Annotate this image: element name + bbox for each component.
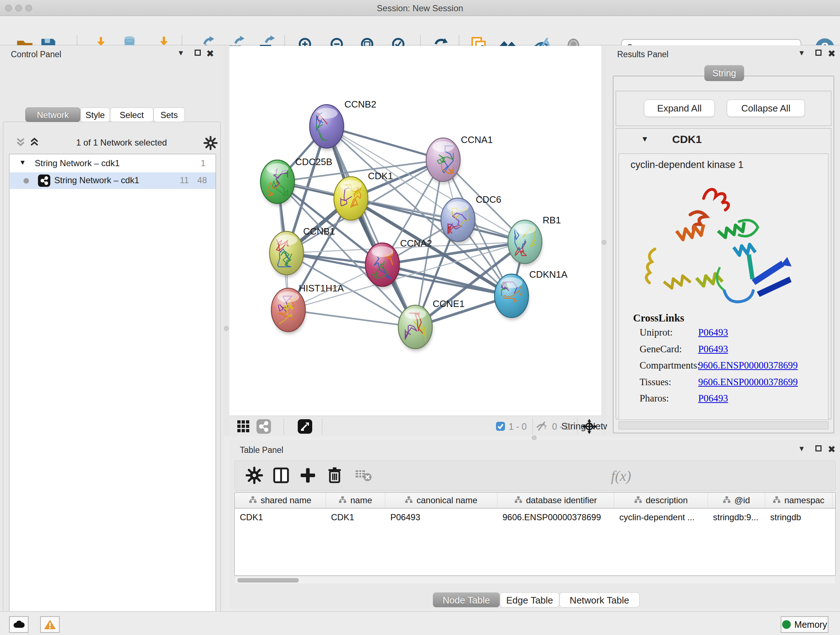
network-collection-row[interactable]: ▼ String Network – cdk1 1 (10, 156, 216, 172)
panel-float-icon[interactable] (815, 445, 821, 451)
show-columns-icon[interactable] (272, 466, 291, 485)
column-header-canonical-name[interactable]: canonical name (385, 493, 497, 508)
horizontal-splitter[interactable] (229, 436, 840, 440)
network-node-CCNA1[interactable] (426, 138, 461, 184)
crosslinks-title: CrossLinks (633, 312, 684, 324)
network-node-CDC6[interactable] (441, 198, 475, 244)
network-share-icon[interactable] (256, 419, 271, 434)
open-in-window-icon[interactable] (297, 419, 313, 434)
network-node-CCNB2[interactable] (309, 105, 344, 150)
create-column-icon[interactable] (298, 466, 317, 485)
memory-button[interactable]: Memory (781, 616, 829, 633)
delete-column-icon[interactable] (325, 466, 344, 485)
crosslink-link[interactable]: P06493 (698, 393, 728, 404)
table-cell: 9606.ENSP00000378699 (497, 509, 614, 525)
column-header-shared-name[interactable]: shared name (235, 493, 326, 508)
title-bar: Session: New Session (0, 0, 840, 16)
network-node-CCNA2[interactable] (365, 243, 400, 289)
crosslink-link[interactable]: P06493 (698, 327, 728, 338)
table-cell: CDK1 (235, 509, 326, 525)
network-canvas[interactable]: CCNB2CCNA1CDC25BCDK1CDC6RB1CCNB1CCNA2CDK… (229, 46, 601, 416)
panel-float-icon[interactable] (195, 50, 201, 56)
birds-eye-crosshair-icon[interactable] (582, 419, 597, 434)
results-scrollbar[interactable] (619, 421, 829, 429)
panel-menu-icon[interactable]: ▼ (798, 49, 805, 57)
crosslink-label: Uniprot: (639, 327, 673, 338)
network-node-HIST1H1A[interactable] (271, 288, 306, 334)
tab-network-table[interactable]: Network Table (559, 592, 639, 608)
memory-status-icon (782, 620, 791, 629)
table-panel-title: Table Panel (240, 445, 283, 455)
hidden-eye-icon[interactable] (535, 421, 548, 433)
scrollbar-thumb[interactable] (237, 578, 299, 583)
collection-label: String Network – cdk1 (35, 158, 120, 168)
panel-menu-icon[interactable]: ▼ (177, 49, 185, 57)
collection-expander-icon[interactable]: ▼ (19, 158, 26, 166)
node-label-CCNA2: CCNA2 (400, 238, 432, 249)
network-node-CDC25B[interactable] (261, 160, 295, 206)
column-header-namespac[interactable]: namespac (765, 493, 832, 508)
toolbar-separator (322, 418, 322, 434)
collapse-all-networks-icon[interactable] (14, 137, 27, 149)
panel-close-icon[interactable]: ✖ (828, 444, 836, 455)
panel-menu-icon[interactable]: ▼ (798, 445, 805, 453)
column-header-@id[interactable]: @id (708, 493, 765, 508)
column-header-name[interactable]: name (326, 493, 385, 508)
right-splitter[interactable] (601, 45, 607, 436)
network-node-CCNB1[interactable] (270, 231, 304, 277)
column-type-icon (405, 495, 413, 505)
column-header-database-identifier[interactable]: database identifier (497, 493, 614, 508)
warnings-button[interactable] (40, 616, 60, 633)
crosslink-label: Compartments: (639, 360, 699, 371)
string-network-icon (38, 174, 50, 187)
network-row[interactable]: String Network – cdk1 11 48 (10, 172, 216, 189)
selected-node-edge-counts: 1 - 0 (508, 421, 527, 432)
tab-string[interactable]: String (704, 65, 744, 81)
column-type-icon (339, 495, 347, 505)
crosslink-row: Uniprot:P06493 (639, 327, 828, 343)
network-label: String Network – cdk1 (54, 175, 139, 185)
crosslink-link[interactable]: P06493 (698, 344, 728, 355)
tab-select[interactable]: Select (110, 108, 153, 122)
column-type-icon (634, 495, 642, 505)
grid-view-icon[interactable] (236, 419, 251, 434)
entry-expander-icon[interactable]: ▼ (641, 135, 649, 143)
tab-network[interactable]: Network (25, 108, 80, 122)
network-options-gear-icon[interactable] (203, 136, 218, 152)
panel-close-icon[interactable]: ✖ (206, 48, 214, 59)
function-builder-icon[interactable]: f(x) (611, 467, 631, 485)
tab-sets[interactable]: Sets (153, 108, 185, 122)
tab-edge-table[interactable]: Edge Table (500, 592, 559, 608)
collection-count: 1 (193, 158, 205, 168)
network-node-CDK1[interactable] (334, 177, 368, 223)
table-row[interactable]: CDK1CDK1P064939606.ENSP00000378699cyclin… (235, 509, 835, 525)
node-label-CDC25B: CDC25B (295, 157, 332, 167)
cloud-sync-button[interactable] (9, 616, 28, 633)
tab-node-table[interactable]: Node Table (433, 592, 500, 608)
tab-style[interactable]: Style (80, 108, 110, 122)
network-node-CCNE1[interactable] (398, 305, 433, 351)
delete-table-icon[interactable] (354, 466, 373, 485)
network-edge[interactable] (327, 126, 415, 327)
table-settings-gear-icon[interactable] (245, 466, 264, 485)
panel-float-icon[interactable] (815, 50, 821, 56)
network-node-RB1[interactable] (508, 220, 542, 266)
panel-close-icon[interactable]: ✖ (828, 48, 836, 59)
expand-all-networks-icon[interactable] (28, 137, 41, 149)
crosslink-label: Pharos: (639, 393, 669, 404)
expand-all-button[interactable]: Expand All (644, 100, 715, 117)
network-list: ▼ String Network – cdk1 1 String Network… (9, 154, 216, 635)
table-cell: CDK1 (326, 509, 385, 525)
table-horizontal-scrollbar[interactable] (235, 577, 835, 584)
left-splitter[interactable] (224, 45, 229, 436)
column-type-icon (723, 495, 731, 505)
selected-checkbox-icon[interactable] (496, 421, 505, 432)
collapse-all-button[interactable]: Collapse All (727, 100, 805, 117)
network-node-CDKN1A[interactable] (494, 274, 529, 320)
crosslink-row: GeneCard:P06493 (639, 344, 828, 359)
network-edge[interactable] (288, 310, 415, 327)
column-header-description[interactable]: description (614, 493, 708, 508)
crosslink-link[interactable]: 9606.ENSP00000378699 (698, 360, 798, 371)
crosslink-link[interactable]: 9606.ENSP00000378699 (698, 377, 798, 388)
memory-label: Memory (794, 619, 827, 630)
